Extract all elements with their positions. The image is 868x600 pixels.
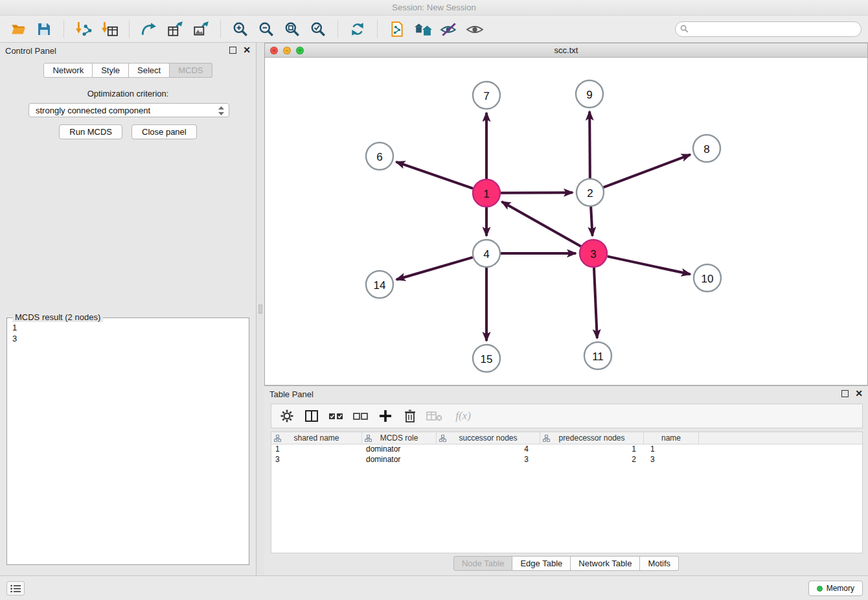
open-file-button[interactable]	[6, 19, 30, 40]
select-all-icon	[328, 410, 344, 422]
memory-button[interactable]: Memory	[808, 581, 863, 596]
close-window-icon[interactable]: ×	[270, 47, 278, 54]
tab-network-table[interactable]: Network Table	[571, 556, 640, 571]
optimization-criterion-select[interactable]: strongly connected component	[29, 103, 229, 117]
delete-table-button[interactable]	[424, 406, 445, 426]
column-type-icon	[543, 435, 550, 442]
run-mcds-button[interactable]: Run MCDS	[59, 124, 122, 139]
export-image-button[interactable]	[189, 19, 212, 40]
memory-label: Memory	[827, 584, 854, 593]
open-folder-icon	[10, 21, 27, 38]
cell-mcds-role[interactable]: dominator	[362, 444, 437, 455]
column-header-predecessor-nodes[interactable]: predecessor nodes	[540, 432, 644, 444]
style-visibility-button[interactable]	[437, 19, 461, 40]
task-history-button[interactable]	[6, 581, 25, 595]
table-panel-tabs: Node Table Edge Table Network Table Moti…	[264, 556, 868, 571]
tab-node-table[interactable]: Node Table	[453, 556, 513, 571]
cell-shared-name[interactable]: 1	[271, 444, 362, 455]
graph-edge-2-3[interactable]	[591, 207, 592, 236]
tab-motifs[interactable]: Motifs	[640, 556, 679, 571]
export-network-button[interactable]	[137, 19, 161, 40]
graph-edge-3-1[interactable]	[502, 202, 581, 246]
cell-name[interactable]: 3	[644, 455, 699, 465]
document-share-icon	[389, 21, 405, 38]
zoom-fit-button[interactable]	[280, 19, 304, 40]
import-table-button[interactable]	[98, 19, 121, 40]
zoom-in-button[interactable]	[229, 19, 252, 40]
graph-edge-1-2[interactable]	[501, 192, 573, 193]
cell-successor-nodes[interactable]: 4	[437, 444, 540, 455]
graph-edge-2-9[interactable]	[589, 111, 590, 178]
apply-layout-button[interactable]	[346, 19, 369, 40]
table-settings-button[interactable]	[277, 406, 297, 426]
home-button[interactable]	[411, 19, 435, 40]
column-type-icon	[274, 435, 281, 442]
table-row[interactable]: 3 dominator 3 2 3	[271, 455, 862, 465]
select-all-rows-button[interactable]	[326, 406, 347, 426]
graph-edge-4-14[interactable]	[396, 257, 473, 279]
export-table-button[interactable]	[163, 19, 187, 40]
graph-edge-3-11[interactable]	[594, 268, 597, 338]
graph-edge-2-8[interactable]	[604, 155, 691, 188]
close-panel-button[interactable]: Close panel	[131, 124, 197, 139]
graph-edge-1-6[interactable]	[396, 162, 474, 189]
mcds-result-line: 1	[12, 322, 244, 333]
graph-edge-3-10[interactable]	[608, 257, 691, 275]
column-header-successor-nodes[interactable]: successor nodes	[437, 432, 540, 444]
graph-node-label-10: 10	[702, 273, 714, 285]
import-network-icon	[75, 21, 92, 38]
mcds-result-box: MCDS result (2 nodes) 1 3	[6, 317, 249, 565]
cell-shared-name[interactable]: 3	[271, 455, 362, 465]
cell-predecessor-nodes[interactable]: 2	[540, 455, 644, 465]
add-column-button[interactable]	[375, 406, 396, 426]
network-canvas[interactable]: 7968124314101511	[265, 58, 867, 385]
graph-node-label-8: 8	[703, 143, 709, 156]
cell-mcds-role[interactable]: dominator	[362, 455, 437, 465]
optimization-criterion-label: Optimization criterion:	[0, 89, 256, 98]
close-panel-icon[interactable]: ✕	[855, 389, 863, 398]
float-panel-icon[interactable]	[229, 47, 236, 54]
cell-successor-nodes[interactable]: 3	[437, 455, 540, 465]
zoom-selected-icon	[310, 21, 326, 38]
zoom-out-button[interactable]	[255, 19, 278, 40]
import-network-button[interactable]	[72, 19, 95, 40]
minimize-window-icon[interactable]: −	[283, 47, 291, 54]
cell-name[interactable]: 1	[644, 444, 699, 455]
delete-table-icon	[426, 410, 443, 422]
window-titlebar: Session: New Session	[0, 0, 868, 16]
cell-predecessor-nodes[interactable]: 1	[540, 444, 644, 455]
function-builder-button[interactable]: f(x)	[449, 406, 477, 426]
tab-style[interactable]: Style	[93, 63, 129, 78]
zoom-out-icon	[258, 21, 275, 38]
search-icon	[680, 25, 689, 33]
zoom-selected-button[interactable]	[306, 19, 330, 40]
vertical-splitter[interactable]	[257, 43, 264, 575]
column-label: successor nodes	[459, 433, 517, 443]
deselect-all-rows-button[interactable]	[350, 406, 371, 426]
save-session-button[interactable]	[32, 19, 56, 40]
column-header-shared-name[interactable]: shared name	[271, 432, 362, 444]
column-header-name[interactable]: name	[644, 432, 699, 444]
tab-mcds[interactable]: MCDS	[170, 63, 212, 78]
search-input[interactable]	[675, 21, 862, 37]
close-panel-icon[interactable]: ✕	[243, 45, 251, 54]
home-icon	[414, 21, 432, 38]
status-bar: Memory	[0, 575, 868, 600]
table-row[interactable]: 1 dominator 4 1 1	[271, 444, 862, 455]
network-file-button[interactable]	[385, 19, 409, 40]
export-table-icon	[166, 21, 183, 38]
float-panel-icon[interactable]	[841, 390, 849, 397]
tab-select[interactable]: Select	[129, 63, 170, 78]
window-title: Session: New Session	[392, 3, 475, 12]
show-columns-button[interactable]	[301, 406, 322, 426]
tab-network[interactable]: Network	[43, 63, 93, 78]
mcds-result-list: 1 3	[7, 318, 249, 348]
tab-edge-table[interactable]: Edge Table	[512, 556, 571, 571]
network-graph: 7968124314101511	[265, 58, 867, 385]
zoom-window-icon[interactable]: +	[296, 47, 304, 54]
column-header-mcds-role[interactable]: MCDS role	[362, 432, 437, 444]
delete-column-button[interactable]	[400, 406, 420, 426]
show-graphics-details-button[interactable]	[463, 19, 486, 40]
table-toolbar: f(x)	[271, 404, 863, 428]
splitter-grip[interactable]	[258, 305, 262, 314]
